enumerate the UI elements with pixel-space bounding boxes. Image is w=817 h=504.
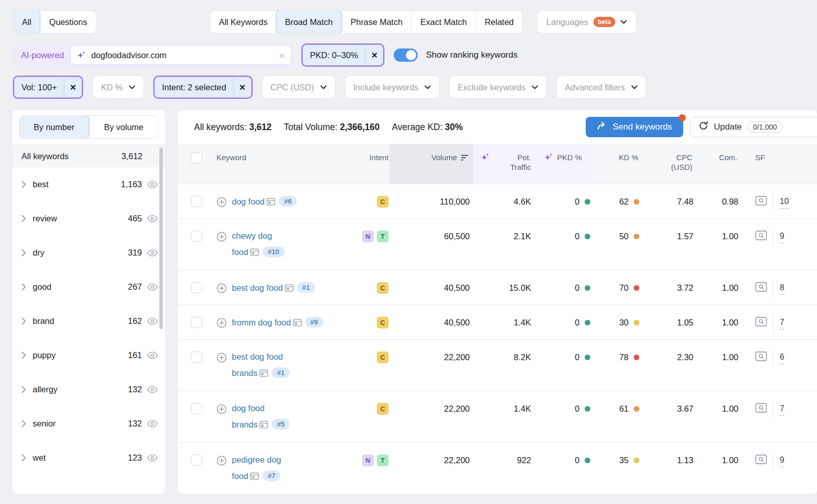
send-keywords-button[interactable]: Send keywords: [586, 117, 683, 137]
sidebar-item-good[interactable]: good 267: [13, 270, 165, 304]
eye-icon[interactable]: [147, 283, 158, 291]
add-keyword-icon[interactable]: [217, 197, 227, 210]
sidebar-item-senior[interactable]: senior 132: [13, 407, 165, 441]
serp-features-count[interactable]: 7: [780, 317, 784, 330]
position-badge[interactable]: #7: [262, 470, 280, 481]
header-cpc[interactable]: CPC(USD): [643, 144, 696, 184]
keyword-link[interactable]: best dog food: [232, 283, 283, 292]
filter-dropdown-cpc-usd[interactable]: CPC (USD): [262, 75, 335, 99]
keyword-link[interactable]: dog food: [232, 197, 265, 206]
tab-related[interactable]: Related: [475, 11, 522, 33]
serp-preview-icon[interactable]: [755, 196, 767, 208]
serp-features-count[interactable]: 6: [780, 351, 784, 364]
serp-snapshot-icon[interactable]: [283, 283, 294, 292]
remove-pkd-filter-icon[interactable]: ×: [365, 45, 383, 65]
keyword-search-box[interactable]: ×: [70, 45, 292, 65]
sidebar-scrollbar[interactable]: [159, 147, 163, 329]
add-keyword-icon[interactable]: [217, 283, 227, 296]
serp-preview-icon[interactable]: [755, 351, 767, 364]
serp-preview-icon[interactable]: [755, 282, 767, 294]
sidebar-item-allergy[interactable]: allergy 132: [13, 372, 165, 407]
tab-all-keywords[interactable]: All Keywords: [210, 11, 276, 33]
serp-features-count[interactable]: 8: [780, 282, 784, 295]
serp-snapshot-icon[interactable]: [248, 471, 259, 481]
serp-features-count[interactable]: 9: [780, 455, 784, 467]
update-button[interactable]: Update 0/1,000: [690, 117, 817, 137]
header-kd[interactable]: KD %: [592, 144, 643, 184]
serp-snapshot-icon[interactable]: [265, 197, 275, 206]
search-input[interactable]: [91, 51, 273, 60]
row-checkbox[interactable]: [191, 317, 202, 328]
header-keyword[interactable]: Keyword: [208, 144, 349, 184]
eye-icon[interactable]: [147, 420, 158, 427]
remove-filter-icon[interactable]: ×: [233, 77, 251, 97]
header-sf[interactable]: SF: [741, 144, 817, 184]
add-keyword-icon[interactable]: [217, 318, 227, 331]
eye-icon[interactable]: [147, 454, 158, 462]
serp-features-count[interactable]: 7: [780, 403, 784, 416]
serp-preview-icon[interactable]: [755, 231, 767, 243]
add-keyword-icon[interactable]: [217, 232, 227, 244]
header-com[interactable]: Com.: [696, 144, 741, 184]
filter-dropdown-kd[interactable]: KD %: [92, 75, 144, 99]
eye-icon[interactable]: [147, 249, 158, 257]
sidebar-item-best[interactable]: best 1,163: [13, 167, 165, 201]
header-pkd[interactable]: PKD %: [535, 144, 592, 184]
sidebar-item-puppy[interactable]: puppy 161: [13, 338, 165, 372]
position-badge[interactable]: #10: [262, 246, 284, 257]
row-checkbox[interactable]: [191, 455, 202, 466]
remove-filter-icon[interactable]: ×: [64, 77, 82, 97]
eye-icon[interactable]: [147, 215, 158, 222]
serp-snapshot-icon[interactable]: [257, 368, 268, 377]
serp-snapshot-icon[interactable]: [248, 247, 259, 257]
sidebar-item-dry[interactable]: dry 319: [13, 236, 165, 270]
languages-dropdown[interactable]: Languages beta: [537, 10, 637, 34]
filter-dropdown-advanced-filters[interactable]: Advanced filters: [556, 75, 646, 99]
serp-snapshot-icon[interactable]: [291, 318, 302, 327]
row-checkbox[interactable]: [191, 282, 202, 293]
show-ranking-keywords-toggle[interactable]: [394, 48, 418, 62]
filter-dropdown-exclude-keywords[interactable]: Exclude keywords: [449, 75, 547, 99]
keyword-link[interactable]: fromm dog food: [232, 318, 291, 327]
select-all-checkbox[interactable]: [191, 153, 202, 164]
eye-icon[interactable]: [147, 317, 158, 325]
add-keyword-icon[interactable]: [217, 404, 227, 417]
serp-preview-icon[interactable]: [755, 455, 767, 467]
sidebar-tab-by-number[interactable]: By number: [19, 115, 89, 139]
position-badge[interactable]: #9: [305, 317, 323, 327]
tab-broad-match[interactable]: Broad Match: [276, 10, 342, 34]
header-volume[interactable]: Volume: [390, 144, 473, 184]
tab-questions[interactable]: Questions: [40, 11, 95, 33]
position-badge[interactable]: #6: [279, 196, 297, 207]
add-keyword-icon[interactable]: [217, 456, 227, 468]
sidebar-item-review[interactable]: review 465: [13, 201, 165, 236]
position-badge[interactable]: #1: [297, 282, 315, 293]
filter-dropdown-include-keywords[interactable]: Include keywords: [345, 75, 440, 99]
filter-chip-pkd[interactable]: PKD: 0–30% ×: [301, 43, 385, 67]
sidebar-item-all-keywords[interactable]: All keywords 3,612: [13, 145, 165, 167]
sidebar-tab-by-volume[interactable]: By volume: [89, 116, 159, 138]
tab-exact-match[interactable]: Exact Match: [411, 11, 475, 33]
eye-icon[interactable]: [147, 351, 158, 359]
header-intent[interactable]: Intent: [349, 144, 390, 184]
add-keyword-icon[interactable]: [217, 352, 227, 365]
sidebar-item-wet[interactable]: wet 123: [13, 441, 165, 475]
row-checkbox[interactable]: [191, 196, 202, 207]
position-badge[interactable]: #5: [272, 419, 290, 430]
clear-search-icon[interactable]: ×: [279, 50, 285, 61]
serp-features-count[interactable]: 9: [780, 231, 784, 243]
serp-preview-icon[interactable]: [755, 403, 767, 415]
tab-phrase-match[interactable]: Phrase Match: [342, 11, 412, 33]
row-checkbox[interactable]: [191, 231, 202, 242]
eye-icon[interactable]: [147, 181, 158, 188]
serp-preview-icon[interactable]: [755, 317, 767, 329]
row-checkbox[interactable]: [191, 351, 202, 363]
row-checkbox[interactable]: [191, 403, 202, 414]
sidebar-item-brand[interactable]: brand 162: [13, 304, 165, 338]
filter-chip-vol-100[interactable]: Vol: 100+ ×: [13, 75, 83, 99]
tab-all[interactable]: All: [13, 10, 40, 34]
position-badge[interactable]: #1: [272, 367, 290, 378]
serp-features-count[interactable]: 10: [780, 196, 789, 209]
eye-icon[interactable]: [147, 386, 158, 393]
header-pot-traffic[interactable]: Pot.Traffic: [473, 144, 535, 184]
